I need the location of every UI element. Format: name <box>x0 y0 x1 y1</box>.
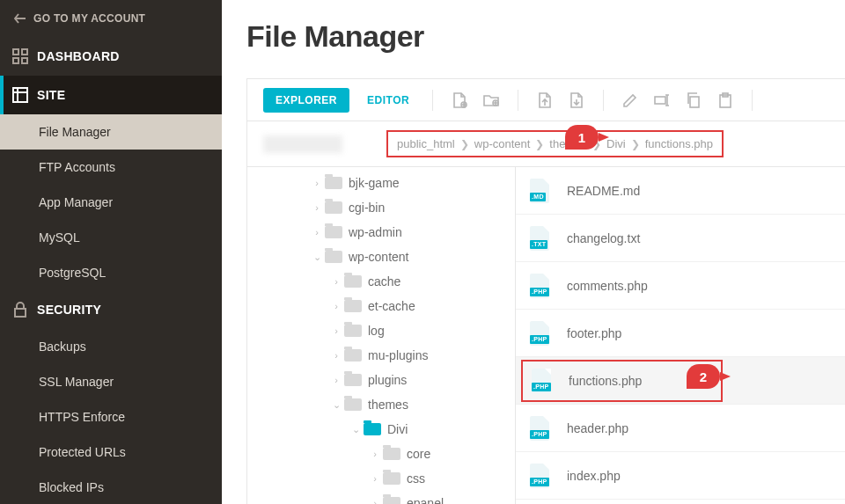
tree-item[interactable]: ›cache <box>247 269 515 294</box>
chevron-right-icon[interactable]: › <box>371 470 379 487</box>
main-area: File Manager 1 2 EXPLORER EDITOR public_… <box>222 0 845 504</box>
sidebar-item-postgresql[interactable]: PostgreSQL <box>0 255 222 290</box>
file-area: ›bjk-game›cgi-bin›wp-admin⌄wp-content›ca… <box>247 167 845 504</box>
download-button[interactable] <box>561 84 592 116</box>
chevron-right-icon[interactable]: › <box>371 494 379 504</box>
section-title: SECURITY <box>37 303 101 317</box>
folder-tree: ›bjk-game›cgi-bin›wp-admin⌄wp-content›ca… <box>247 167 516 504</box>
tree-item[interactable]: ›plugins <box>247 368 515 392</box>
annotation-pin-1: 1 <box>565 125 599 150</box>
upload-button[interactable] <box>529 84 561 116</box>
sidebar-item-blocked-ips[interactable]: Blocked IPs <box>0 470 222 504</box>
tree-item[interactable]: ⌄wp-content <box>247 245 515 269</box>
tree-item[interactable]: ›cgi-bin <box>247 195 515 220</box>
file-icon: .MD <box>530 179 551 203</box>
tree-item[interactable]: ›mu-plugins <box>247 343 515 368</box>
sidebar-item-mysql[interactable]: MySQL <box>0 220 222 255</box>
chevron-right-icon[interactable]: › <box>371 445 379 463</box>
file-row[interactable]: .PHPindex.php <box>516 452 845 500</box>
crumb[interactable]: wp-content <box>474 137 531 150</box>
paste-button[interactable] <box>709 84 741 116</box>
tab-editor[interactable]: EDITOR <box>355 88 422 113</box>
tree-item[interactable]: ›core <box>247 442 515 466</box>
new-file-button[interactable] <box>444 84 475 116</box>
file-row[interactable]: .PHPheader.php <box>516 405 845 452</box>
chevron-down-icon[interactable]: ⌄ <box>332 396 341 413</box>
sidebar-item-ftp-accounts[interactable]: FTP Accounts <box>0 150 222 185</box>
crumb[interactable]: Divi <box>606 137 626 150</box>
file-row[interactable]: .PHPfooter.php <box>516 310 845 357</box>
grid-icon <box>12 48 28 64</box>
section-title: DASHBOARD <box>37 49 120 63</box>
go-to-account-link[interactable]: GO TO MY ACCOUNT <box>0 0 222 37</box>
chevron-right-icon[interactable]: › <box>332 371 341 389</box>
svg-rect-1 <box>22 49 27 55</box>
file-name: README.md <box>567 184 640 198</box>
sidebar-section-site[interactable]: SITE <box>0 76 222 114</box>
chevron-right-icon[interactable]: › <box>312 174 321 192</box>
folder-icon <box>383 472 400 485</box>
svg-rect-4 <box>13 88 27 102</box>
folder-icon <box>344 398 362 411</box>
crumb[interactable]: functions.php <box>645 137 713 150</box>
breadcrumb: public_html❯ wp-content❯ themes❯ Divi❯ f… <box>386 130 724 157</box>
sidebar-item-backups[interactable]: Backups <box>0 329 222 364</box>
tree-item-label: plugins <box>368 371 407 389</box>
tree-item-label: log <box>368 322 385 340</box>
new-folder-button[interactable] <box>475 84 507 116</box>
copy-button[interactable] <box>678 84 709 116</box>
file-row[interactable]: .PHPfunctions.php <box>516 357 845 405</box>
file-icon: .PHP <box>530 416 551 441</box>
tree-item-label: themes <box>368 396 408 413</box>
tree-item[interactable]: ⌄Divi <box>247 417 515 442</box>
chevron-right-icon[interactable]: › <box>332 297 341 315</box>
tree-item-label: cache <box>368 273 400 290</box>
tree-item[interactable]: ›wp-admin <box>247 220 515 245</box>
tree-item[interactable]: ›epanel <box>247 491 515 504</box>
file-row[interactable]: .MDREADME.md <box>516 167 845 215</box>
tree-item[interactable]: ›log <box>247 318 515 343</box>
file-icon: .TXT <box>530 226 551 251</box>
arrow-left-icon <box>14 13 26 24</box>
tree-item-label: css <box>407 470 425 487</box>
tree-item-label: wp-content <box>349 248 408 266</box>
sidebar-item-https-enforce[interactable]: HTTPS Enforce <box>0 399 222 435</box>
edit-button[interactable] <box>614 84 646 116</box>
breadcrumb-root-blurred <box>263 135 342 153</box>
separator <box>518 90 518 111</box>
rename-button[interactable] <box>646 84 678 116</box>
chevron-right-icon: ❯ <box>535 138 544 150</box>
folder-icon <box>344 349 362 362</box>
chevron-right-icon[interactable]: › <box>312 223 321 241</box>
tab-explorer[interactable]: EXPLORER <box>263 88 349 113</box>
file-row[interactable]: .TXTchangelog.txt <box>516 215 845 262</box>
chevron-down-icon[interactable]: ⌄ <box>351 420 360 438</box>
tree-item-label: wp-admin <box>349 223 402 241</box>
sidebar-item-protected-urls[interactable]: Protected URLs <box>0 435 222 470</box>
folder-icon <box>344 275 362 288</box>
sidebar-item-ssl-manager[interactable]: SSL Manager <box>0 364 222 399</box>
svg-rect-8 <box>655 97 665 104</box>
chevron-right-icon[interactable]: › <box>332 322 341 340</box>
tree-item[interactable]: ›et-cache <box>247 294 515 318</box>
file-icon: .PHP <box>530 464 551 488</box>
sidebar-item-file-manager[interactable]: File Manager <box>0 114 222 150</box>
svg-rect-5 <box>15 309 26 317</box>
tree-item[interactable]: ›css <box>247 466 515 491</box>
page-title: File Manager <box>222 0 845 78</box>
folder-icon <box>364 423 381 435</box>
crumb[interactable]: public_html <box>397 137 455 150</box>
sidebar-section-security[interactable]: SECURITY <box>0 290 222 329</box>
chevron-down-icon[interactable]: ⌄ <box>312 248 321 266</box>
tree-item[interactable]: ⌄themes <box>247 392 515 417</box>
sidebar-item-app-manager[interactable]: App Manager <box>0 185 222 220</box>
chevron-right-icon[interactable]: › <box>332 273 341 290</box>
file-icon: .PHP <box>530 274 551 298</box>
file-row[interactable]: .PHPcomments.php <box>516 262 845 310</box>
section-title: SITE <box>37 88 65 102</box>
lock-icon <box>12 302 28 318</box>
chevron-right-icon[interactable]: › <box>312 199 321 216</box>
chevron-right-icon[interactable]: › <box>332 347 341 364</box>
tree-item[interactable]: ›bjk-game <box>247 171 515 195</box>
sidebar-section-dashboard[interactable]: DASHBOARD <box>0 37 222 76</box>
